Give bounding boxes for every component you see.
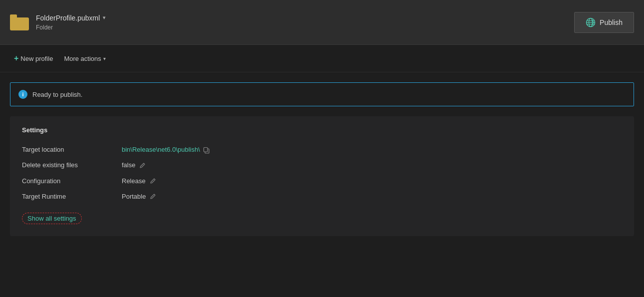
chevron-down-icon: ▾ — [103, 56, 106, 61]
copy-icon[interactable] — [203, 144, 210, 155]
profile-filename: FolderProfile.pubxml — [36, 14, 100, 22]
settings-title: Settings — [22, 126, 622, 134]
table-row: Target location bin\Release\net6.0\publi… — [22, 142, 622, 157]
setting-value-cell: false — [122, 157, 622, 173]
more-actions-label: More actions — [64, 55, 101, 62]
publish-globe-icon — [586, 17, 596, 27]
setting-value-cell: bin\Release\net6.0\publish\ — [122, 142, 622, 157]
new-profile-label: New profile — [20, 55, 53, 62]
info-banner: i Ready to publish. — [10, 82, 634, 106]
profile-dropdown-arrow[interactable]: ▾ — [103, 14, 106, 21]
edit-delete-existing-icon[interactable] — [138, 160, 146, 171]
toolbar-row: + New profile More actions ▾ — [0, 45, 644, 72]
settings-table: Target location bin\Release\net6.0\publi… — [22, 142, 622, 205]
configuration-value-row: Release — [122, 175, 622, 187]
setting-label: Configuration — [22, 173, 122, 189]
delete-existing-value: false — [122, 159, 135, 171]
setting-label: Delete existing files — [22, 157, 122, 173]
profile-type: Folder — [36, 24, 106, 31]
new-profile-button[interactable]: + New profile — [10, 52, 57, 65]
header-bar: FolderProfile.pubxml ▾ Folder Publish — [0, 0, 644, 45]
profile-info: FolderProfile.pubxml ▾ Folder — [36, 14, 106, 31]
folder-icon — [10, 14, 29, 30]
profile-name-row: FolderProfile.pubxml ▾ — [36, 14, 106, 22]
header-left: FolderProfile.pubxml ▾ Folder — [10, 14, 106, 31]
setting-value-cell: Release — [122, 173, 622, 189]
setting-value-cell: Portable — [122, 189, 622, 204]
show-all-settings-link[interactable]: Show all settings — [22, 213, 82, 224]
more-actions-button[interactable]: More actions ▾ — [60, 53, 109, 64]
setting-label: Target Runtime — [22, 189, 122, 204]
table-row: Delete existing files false — [22, 157, 622, 173]
info-message: Ready to publish. — [32, 91, 82, 98]
publish-label: Publish — [600, 18, 623, 26]
publish-button[interactable]: Publish — [574, 12, 634, 33]
configuration-value: Release — [122, 175, 146, 187]
edit-configuration-icon[interactable] — [149, 176, 156, 187]
target-location-link[interactable]: bin\Release\net6.0\publish\ — [122, 144, 200, 155]
setting-label: Target location — [22, 142, 122, 157]
delete-existing-value-row: false — [122, 159, 622, 171]
show-all-settings-wrap: Show all settings — [22, 213, 622, 224]
target-runtime-value: Portable — [122, 191, 146, 202]
settings-card: Settings Target location bin\Release\net… — [10, 116, 634, 236]
target-runtime-value-row: Portable — [122, 191, 622, 202]
table-row: Configuration Release — [22, 173, 622, 189]
info-icon: i — [18, 90, 27, 99]
target-location-value-row: bin\Release\net6.0\publish\ — [122, 144, 622, 155]
main-content: i Ready to publish. Settings Target loca… — [0, 72, 644, 246]
table-row: Target Runtime Portable — [22, 189, 622, 204]
edit-target-runtime-icon[interactable] — [149, 191, 156, 202]
plus-icon: + — [14, 54, 18, 63]
svg-rect-6 — [204, 147, 208, 152]
